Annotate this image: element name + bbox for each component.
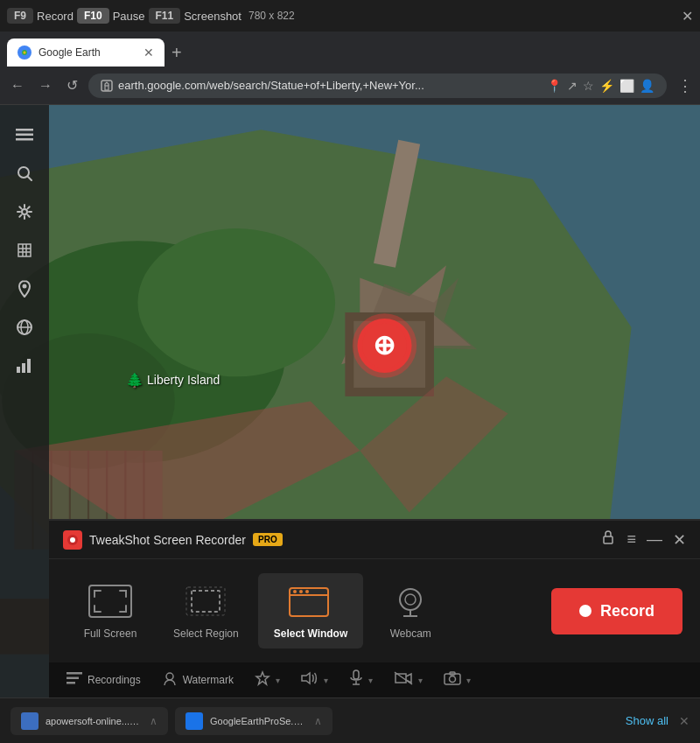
svg-rect-36: [18, 244, 31, 256]
recorder-header-controls: ≡ — ✕: [600, 529, 686, 550]
f10-key[interactable]: F10: [77, 8, 109, 24]
window-icon[interactable]: ⬜: [620, 79, 634, 93]
location-icon[interactable]: 📍: [547, 79, 562, 93]
svg-point-33: [18, 167, 29, 178]
svg-line-34: [28, 177, 32, 180]
back-button[interactable]: ←: [7, 74, 28, 97]
screenshot-footer-icon: [444, 671, 461, 689]
sidebar-chart-icon[interactable]: [9, 350, 40, 382]
screenshot-label: Screenshot: [184, 10, 242, 23]
svg-rect-45: [17, 367, 20, 373]
select-window-mode[interactable]: Select Window: [258, 573, 364, 648]
recording-dimensions: 780 x 822: [248, 10, 295, 22]
sidebar-settings-icon[interactable]: [9, 196, 40, 228]
sidebar-menu-icon[interactable]: [9, 119, 40, 151]
forward-button[interactable]: →: [35, 74, 56, 97]
recorder-body: Full Screen Select Region: [49, 559, 700, 662]
select-region-mode[interactable]: Select Region: [158, 573, 255, 648]
browser-extras: ⋮: [677, 76, 693, 95]
profile-icon[interactable]: 👤: [640, 79, 654, 93]
record-button-label: Record: [600, 602, 654, 620]
more-button[interactable]: ⋮: [677, 76, 693, 95]
audio-button[interactable]: ▾: [301, 671, 328, 689]
svg-rect-63: [66, 672, 82, 675]
f11-key[interactable]: F11: [149, 8, 181, 24]
mic-arrow: ▾: [368, 676, 373, 685]
sidebar-search-icon[interactable]: [9, 158, 40, 189]
watermark-button[interactable]: Watermark: [162, 670, 234, 690]
record-dot-icon: [579, 605, 592, 617]
svg-point-56: [293, 590, 297, 593]
record-button[interactable]: Record: [551, 588, 682, 634]
sidebar-earth-icon[interactable]: [9, 312, 40, 343]
recordings-button[interactable]: Recordings: [66, 672, 141, 688]
recorder-title: TweakShot Screen Recorder: [89, 533, 246, 547]
select-window-label: Select Window: [274, 627, 348, 640]
browser-tab[interactable]: Google Earth ✕: [7, 39, 164, 67]
full-screen-icon-box: [86, 582, 135, 620]
address-input[interactable]: earth.google.com/web/search/Statue+of+Li…: [88, 74, 667, 98]
taskbar: apowersoft-online....exe ∧ GoogleEarthPr…: [0, 697, 700, 743]
tab-bar: Google Earth ✕ +: [0, 32, 700, 67]
reload-button[interactable]: ↺: [63, 74, 81, 97]
audio-icon: [301, 671, 318, 689]
svg-point-8: [137, 228, 335, 376]
watermark-icon: [162, 670, 178, 690]
share-icon[interactable]: ↗: [567, 79, 578, 93]
sidebar-layers-icon[interactable]: [9, 235, 40, 266]
svg-rect-50: [604, 536, 612, 543]
taskbar-item-apowersoft[interactable]: apowersoft-online....exe ∧: [10, 707, 168, 735]
svg-marker-67: [302, 673, 310, 683]
capture-modes: Full Screen Select Region: [66, 573, 537, 648]
tab-title: Google Earth: [38, 46, 136, 59]
svg-rect-65: [66, 682, 75, 684]
select-region-label: Select Region: [173, 627, 239, 640]
svg-point-66: [166, 673, 173, 680]
svg-point-2: [24, 52, 26, 54]
taskbar-close-button[interactable]: ✕: [679, 714, 690, 728]
bookmark-icon[interactable]: ☆: [583, 79, 594, 93]
recordings-label: Recordings: [88, 674, 141, 686]
svg-text:⊕: ⊕: [373, 330, 396, 361]
select-region-icon-box: [181, 582, 230, 620]
sidebar-location-icon[interactable]: [9, 273, 40, 305]
webcam-mode[interactable]: Webcam: [367, 573, 454, 648]
tab-close-button[interactable]: ✕: [144, 46, 154, 60]
full-screen-label: Full Screen: [84, 627, 137, 640]
new-tab-button[interactable]: +: [164, 43, 189, 63]
recordings-icon: [66, 672, 82, 688]
extension-icon[interactable]: ⚡: [599, 79, 614, 93]
minimize-icon[interactable]: —: [647, 530, 662, 549]
svg-rect-53: [192, 591, 220, 612]
recording-close-button[interactable]: ✕: [682, 8, 693, 25]
lock-icon[interactable]: [600, 529, 616, 550]
screenshot-footer-button[interactable]: ▾: [444, 671, 471, 689]
recorder-logo: [63, 530, 82, 550]
svg-point-59: [400, 589, 421, 610]
menu-icon[interactable]: ≡: [626, 530, 636, 549]
svg-point-73: [449, 676, 455, 683]
show-all-button[interactable]: Show all: [626, 714, 668, 727]
pause-label: Pause: [113, 10, 145, 23]
full-screen-mode[interactable]: Full Screen: [66, 573, 154, 648]
svg-rect-47: [27, 359, 31, 373]
tab-favicon: [18, 46, 32, 60]
svg-rect-32: [16, 138, 33, 141]
effects-arrow: ▾: [276, 676, 280, 685]
mic-icon: [349, 669, 363, 690]
recorder-close-icon[interactable]: ✕: [673, 530, 686, 550]
f9-key[interactable]: F9: [7, 8, 33, 24]
left-sidebar: [0, 105, 49, 697]
googleearth-chevron: ∧: [314, 715, 322, 727]
island-label: 🌲 Liberty Island: [126, 372, 220, 389]
recorder-pro-badge: PRO: [253, 533, 283, 546]
effects-button[interactable]: ▾: [255, 670, 280, 690]
recorder-footer: Recordings Watermark: [49, 662, 700, 697]
mic-button[interactable]: ▾: [349, 669, 373, 690]
camera-off-icon: [394, 671, 413, 689]
webcam-icon-box: [386, 582, 435, 620]
taskbar-item-googleearth[interactable]: GoogleEarthProSe....exe ∧: [175, 707, 332, 735]
camera-off-button[interactable]: ▾: [394, 671, 423, 689]
browser-frame: F9 Record F10 Pause F11 Screenshot 780 x…: [0, 0, 700, 743]
svg-point-57: [299, 590, 303, 593]
